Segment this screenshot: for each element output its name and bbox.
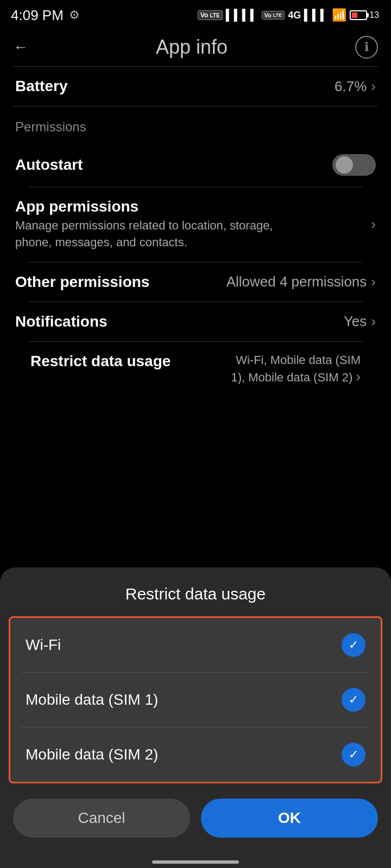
restrict-data-value: Wi-Fi, Mobile data (SIM1), Mobile data (… xyxy=(231,353,361,386)
other-permissions-label: Other permissions xyxy=(15,273,149,291)
volte-2-icon: VoLTE xyxy=(262,11,285,20)
autostart-row[interactable]: Autostart xyxy=(15,143,376,187)
option-wifi-label: Wi-Fi xyxy=(26,636,61,654)
autostart-label: Autostart xyxy=(15,156,83,174)
checkmark-wifi: ✓ xyxy=(349,638,358,652)
other-permissions-value: Allowed 4 permissions xyxy=(226,273,367,290)
toggle-knob xyxy=(336,156,353,174)
restrict-data-row[interactable]: Restrict data usage Wi-Fi, Mobile data (… xyxy=(15,342,376,397)
other-permissions-value-area: Allowed 4 permissions › xyxy=(226,273,376,290)
notifications-value: Yes xyxy=(344,313,367,330)
home-bar xyxy=(152,860,239,864)
cancel-button[interactable]: Cancel xyxy=(13,799,190,838)
app-permissions-chevron: › xyxy=(371,216,376,233)
status-bar: 4:09 PM ⚙ VoLTE ▍▍▍▍ VoLTE 4G ▍▍▍ 📶 13 xyxy=(0,0,391,28)
battery-chevron: › xyxy=(371,78,376,95)
option-sim1-label: Mobile data (SIM 1) xyxy=(26,691,158,709)
4g-icon: 4G xyxy=(288,10,301,21)
options-box: Wi-Fi ✓ Mobile data (SIM 1) ✓ Mobile dat… xyxy=(9,616,382,783)
option-sim1[interactable]: Mobile data (SIM 1) ✓ xyxy=(10,673,381,727)
option-sim2-checkbox[interactable]: ✓ xyxy=(342,743,365,767)
other-permissions-chevron: › xyxy=(371,273,376,290)
restrict-data-label: Restrict data usage xyxy=(30,353,171,370)
notifications-chevron: › xyxy=(371,313,376,330)
gear-icon: ⚙ xyxy=(69,8,80,22)
checkmark-sim2: ✓ xyxy=(349,748,358,762)
permissions-section: Permissions Autostart App permissions Ma… xyxy=(0,106,391,401)
battery-number: 13 xyxy=(369,10,379,20)
notifications-row[interactable]: Notifications Yes › xyxy=(15,302,376,341)
battery-icon xyxy=(350,10,367,20)
status-time: 4:09 PM xyxy=(11,7,64,24)
app-permissions-left: App permissions Manage permissions relat… xyxy=(15,198,371,251)
checkmark-sim1: ✓ xyxy=(349,693,358,707)
top-nav: ← App info ℹ xyxy=(0,28,391,66)
info-icon: ℹ xyxy=(364,40,369,54)
bottom-sheet: Restrict data usage Wi-Fi ✓ Mobile data … xyxy=(0,567,391,868)
option-sim2-label: Mobile data (SIM 2) xyxy=(26,746,158,763)
sheet-buttons: Cancel OK xyxy=(0,783,391,846)
info-button[interactable]: ℹ xyxy=(355,36,378,59)
battery-row[interactable]: Battery 6.7% › xyxy=(0,67,391,106)
app-permissions-subtitle: Manage permissions related to location, … xyxy=(15,218,276,251)
app-permissions-row[interactable]: App permissions Manage permissions relat… xyxy=(15,187,376,262)
back-button[interactable]: ← xyxy=(13,39,28,56)
volte-1-icon: VoLTE xyxy=(198,10,223,20)
signal-bars-2: ▍▍▍ xyxy=(304,9,329,22)
battery-area: 13 xyxy=(350,10,380,20)
option-sim2[interactable]: Mobile data (SIM 2) ✓ xyxy=(10,727,381,782)
autostart-toggle[interactable] xyxy=(332,154,376,176)
battery-value: 6.7% xyxy=(335,78,367,95)
option-sim1-checkbox[interactable]: ✓ xyxy=(342,688,365,712)
notifications-value-area: Yes › xyxy=(344,313,376,330)
battery-label: Battery xyxy=(15,78,67,95)
other-permissions-row[interactable]: Other permissions Allowed 4 permissions … xyxy=(15,263,376,302)
page-title: App info xyxy=(156,36,228,59)
sheet-title: Restrict data usage xyxy=(0,567,391,616)
app-permissions-label: App permissions xyxy=(15,198,371,215)
signal-bars-1: ▍▍▍▍ xyxy=(226,9,258,22)
option-wifi[interactable]: Wi-Fi ✓ xyxy=(10,618,381,672)
notifications-label: Notifications xyxy=(15,313,108,330)
option-wifi-checkbox[interactable]: ✓ xyxy=(342,633,365,657)
battery-value-area: 6.7% › xyxy=(335,78,376,95)
wifi-icon: 📶 xyxy=(332,8,346,22)
ok-button[interactable]: OK xyxy=(201,799,378,838)
status-icons: VoLTE ▍▍▍▍ VoLTE 4G ▍▍▍ 📶 13 xyxy=(198,8,380,22)
permissions-section-label: Permissions xyxy=(15,119,376,135)
status-time-area: 4:09 PM ⚙ xyxy=(11,7,80,24)
restrict-data-chevron: › xyxy=(356,368,361,385)
